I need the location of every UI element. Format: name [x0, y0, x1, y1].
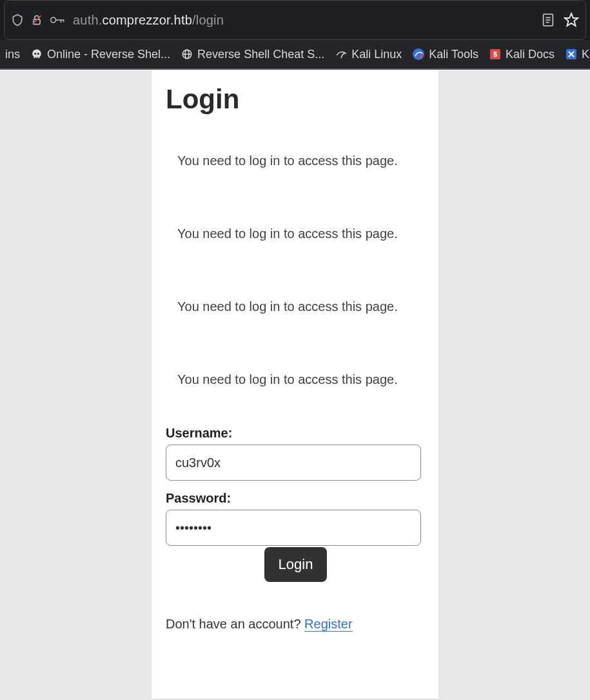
bookmark-item[interactable]: Kali Forums — [560, 48, 590, 61]
bookmark-label: Reverse Shell Cheat S... — [197, 48, 324, 61]
bookmark-item[interactable]: Online - Reverse Shel... — [25, 48, 175, 61]
kali-forums-icon — [565, 48, 578, 61]
flash-message: You need to log in to access this page. — [166, 154, 426, 168]
bookmark-item[interactable]: Kali Tools — [407, 48, 484, 61]
bookmark-label: ins — [5, 48, 20, 61]
bookmark-label: Online - Reverse Shel... — [47, 48, 170, 61]
skull-icon — [30, 48, 43, 61]
bookmark-item[interactable]: Kali Linux — [329, 48, 407, 61]
url-text[interactable]: auth.comprezzor.htb/login — [73, 13, 224, 28]
bookmark-label: Kali Tools — [429, 48, 478, 61]
page-title: Login — [166, 84, 426, 115]
flash-message-text: You need to log in to access this page. — [177, 299, 398, 314]
register-prompt-text: Don't have an account? — [166, 617, 304, 631]
browser-chrome: auth.comprezzor.htb/login ins Online - R… — [0, 0, 590, 70]
svg-point-11 — [34, 53, 36, 55]
bookmark-item[interactable]: $ Kali Docs — [484, 48, 560, 61]
bookmark-label: Kali Linux — [351, 48, 402, 61]
shield-icon[interactable] — [11, 14, 24, 26]
svg-point-17 — [420, 55, 423, 59]
password-field-group: Password: — [166, 491, 426, 546]
register-prompt: Don't have an account? Register — [166, 617, 426, 632]
username-input[interactable] — [166, 445, 421, 481]
bookmarks-bar: ins Online - Reverse Shel... Reverse She… — [0, 40, 590, 70]
password-input[interactable] — [166, 510, 421, 546]
kali-icon — [335, 48, 348, 61]
flash-message-text: You need to log in to access this page. — [177, 226, 398, 241]
kali-tools-icon — [412, 48, 425, 61]
flash-message: You need to log in to access this page. — [166, 299, 426, 314]
login-card: Login You need to log in to access this … — [152, 70, 438, 699]
bookmark-label: Kali Forums — [582, 48, 590, 61]
register-link[interactable]: Register — [304, 617, 352, 632]
svg-point-16 — [413, 48, 424, 60]
flash-message: You need to log in to access this page. — [166, 226, 426, 241]
flash-message-text: You need to log in to access this page. — [177, 154, 398, 168]
svg-marker-10 — [565, 14, 578, 26]
globe-icon — [181, 48, 193, 61]
flash-message-text: You need to log in to access this page. — [177, 372, 398, 386]
kali-docs-icon: $ — [489, 48, 502, 61]
password-label: Password: — [166, 491, 426, 506]
reader-mode-icon[interactable] — [542, 13, 555, 27]
lock-warning-icon[interactable] — [30, 14, 43, 26]
login-button[interactable]: Login — [264, 547, 328, 582]
page-body: Login You need to log in to access this … — [0, 70, 590, 699]
svg-point-12 — [37, 53, 39, 55]
key-icon[interactable] — [50, 14, 65, 26]
address-bar[interactable]: auth.comprezzor.htb/login — [4, 0, 586, 40]
flash-message: You need to log in to access this page. — [166, 372, 426, 387]
username-label: Username: — [166, 426, 426, 441]
bookmark-star-icon[interactable] — [564, 12, 579, 28]
bookmark-item[interactable]: Reverse Shell Cheat S... — [175, 48, 329, 61]
bookmark-label: Kali Docs — [506, 48, 555, 61]
bookmark-item[interactable]: ins — [0, 48, 25, 61]
svg-text:$: $ — [493, 50, 497, 58]
svg-point-2 — [51, 17, 56, 23]
username-field-group: Username: — [166, 426, 426, 481]
